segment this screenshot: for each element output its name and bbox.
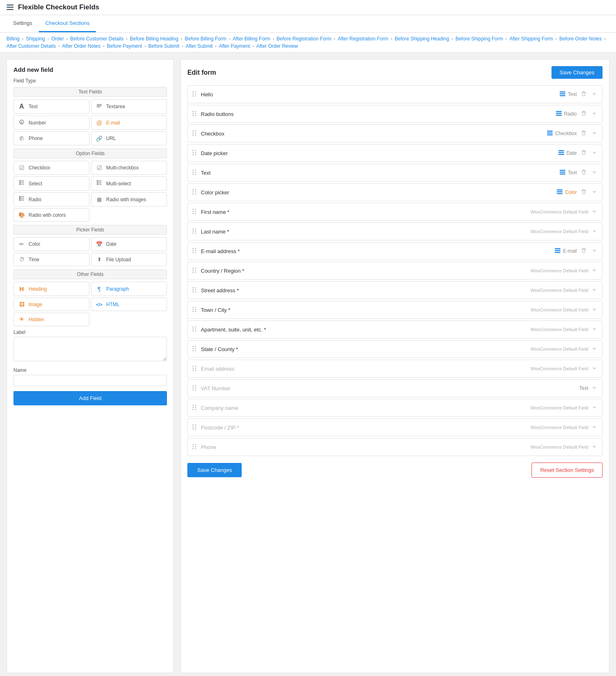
field-radio-colors[interactable]: 🎨 Radio with colors [13,208,89,222]
chevron-down-icon[interactable] [591,110,598,118]
section-tab-after-submit[interactable]: After Submit [186,43,213,49]
chevron-down-icon[interactable] [591,345,598,353]
drag-handle-icon[interactable] [192,189,197,196]
drag-handle-icon[interactable] [192,326,197,334]
drag-handle-icon[interactable] [192,365,197,373]
chevron-down-icon[interactable] [591,228,598,235]
delete-row-button[interactable] [579,188,588,197]
row-field-label: Checkbox [201,131,547,137]
field-multi-select[interactable]: Multi-select [91,176,167,191]
chevron-down-icon[interactable] [591,91,598,98]
chevron-down-icon[interactable] [591,169,598,176]
save-changes-button-bottom[interactable]: Save Changes [187,463,242,477]
section-tab-after-order-notes[interactable]: After Order Notes [62,43,100,49]
drag-handle-icon[interactable] [192,385,197,392]
chevron-down-icon[interactable] [591,247,598,255]
field-url[interactable]: 🔗 URL [91,131,167,145]
section-tab-after-billing-form[interactable]: After Billing Form [233,36,270,42]
section-tab-after-customer-details[interactable]: After Customer Details [7,43,56,49]
section-tab-after-order-review[interactable]: After Order Review [256,43,298,49]
tab-checkout-sections[interactable]: Checkout Sections [39,15,96,32]
section-tab-before-order-notes[interactable]: Before Order Notes [559,36,602,42]
section-tab-before-shipping-form[interactable]: Before Shipping Form [456,36,503,42]
chevron-down-icon[interactable] [591,287,598,294]
drag-handle-icon[interactable] [192,443,197,451]
drag-handle-icon[interactable] [192,169,197,177]
chevron-down-icon[interactable] [591,326,598,333]
field-hidden[interactable]: 👁 Hidden [13,313,89,326]
field-image[interactable]: 🖼 Image [13,298,89,311]
section-tab-before-shipping-heading[interactable]: Before Shipping Heading [395,36,449,42]
drag-handle-icon[interactable] [192,110,197,118]
field-text[interactable]: A Text [13,99,89,114]
section-tab-shipping[interactable]: Shipping [26,36,45,42]
drag-handle-icon[interactable] [192,267,197,275]
save-changes-button-top[interactable]: Save Changes [552,66,603,79]
drag-handle-icon[interactable] [192,404,197,412]
delete-row-button[interactable] [579,129,588,138]
drag-handle-icon[interactable] [192,149,197,157]
field-time[interactable]: ⏱ Time [13,253,89,266]
field-textarea[interactable]: Textarea [91,99,167,114]
field-radio[interactable]: Radio [13,192,89,207]
section-tab-before-customer-details[interactable]: Before Customer Details [70,36,124,42]
delete-row-button[interactable] [579,90,588,99]
section-tab-before-registration-form[interactable]: Before Registration Form [277,36,331,42]
chevron-down-icon[interactable] [591,306,598,314]
field-file-upload[interactable]: ⬆ File Upload [91,253,167,266]
tab-settings[interactable]: Settings [7,15,39,32]
field-multi-checkbox[interactable]: ☑ Multi-checkbox [91,161,167,175]
section-tab-before-submit[interactable]: Before Submit [148,43,179,49]
field-date[interactable]: 📅 Date [91,237,167,251]
field-html[interactable]: </> HTML [91,298,167,311]
field-checkbox[interactable]: ☑ Checkbox [13,161,89,175]
drag-handle-icon[interactable] [192,130,197,138]
drag-handle-icon[interactable] [192,91,197,98]
field-email[interactable]: @ E-mail [91,116,167,130]
drag-handle-icon[interactable] [192,424,197,431]
field-radio-images[interactable]: ▦ Radio with images [91,192,167,207]
section-tab-before-billing-heading[interactable]: Before Billing Heading [130,36,178,42]
field-number[interactable]: Number [13,116,89,130]
delete-row-button[interactable] [579,247,588,256]
drag-handle-icon[interactable] [192,228,197,236]
drag-handle-icon[interactable] [192,247,197,255]
name-input[interactable] [13,375,167,386]
add-field-button[interactable]: Add Field [13,391,167,405]
section-tab-after-registration-form[interactable]: After Registration Form [338,36,388,42]
section-tab-order[interactable]: Order [51,36,64,42]
chevron-down-icon[interactable] [591,365,598,372]
chevron-down-icon[interactable] [591,385,598,392]
field-heading[interactable]: H Heading [13,282,89,296]
section-tab-billing[interactable]: Billing [7,36,20,42]
section-tab-after-shipping-form[interactable]: After Shipping Form [509,36,553,42]
table-row: Email addressWooCommerce Default Field [187,360,603,378]
drag-handle-icon[interactable] [192,345,197,353]
field-paragraph[interactable]: ¶ Paragraph [91,282,167,296]
chevron-down-icon[interactable] [591,443,598,451]
drag-handle-icon[interactable] [192,306,197,314]
delete-row-button[interactable] [579,169,588,177]
chevron-down-icon[interactable] [591,267,598,274]
chevron-down-icon[interactable] [591,130,598,137]
svg-rect-55 [547,132,553,133]
svg-point-117 [193,307,194,308]
chevron-down-icon[interactable] [591,424,598,431]
label-textarea[interactable] [13,337,167,361]
delete-row-button[interactable] [579,149,588,158]
section-tab-before-payment[interactable]: Before Payment [107,43,142,49]
chevron-down-icon[interactable] [591,404,598,411]
chevron-down-icon[interactable] [591,149,598,157]
section-tab-before-billing-form[interactable]: Before Billing Form [185,36,226,42]
section-tab-after-payment[interactable]: After Payment [219,43,250,49]
chevron-down-icon[interactable] [591,189,598,196]
field-select[interactable]: Select [13,176,89,191]
reset-section-settings-button[interactable]: Reset Section Settings [531,463,603,478]
field-phone[interactable]: ✆ Phone [13,131,89,145]
field-color[interactable]: ✏ Color [13,237,89,251]
section-tab-separator: • [273,37,274,41]
drag-handle-icon[interactable] [192,208,197,216]
drag-handle-icon[interactable] [192,287,197,294]
delete-row-button[interactable] [579,110,588,118]
chevron-down-icon[interactable] [591,208,598,216]
